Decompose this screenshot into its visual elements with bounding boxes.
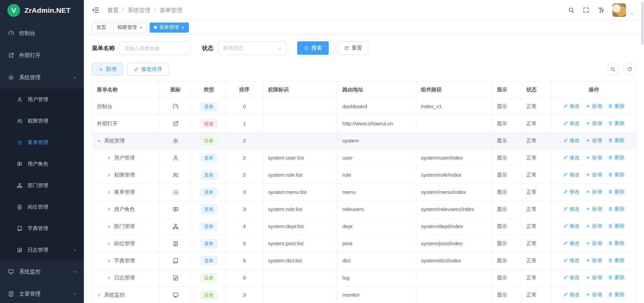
tab[interactable]: 菜单管理× [150,23,189,33]
sidebar-item-label: 菜单管理 [28,139,48,146]
sidebar-item-menu-list[interactable]: 菜单管理 [0,132,84,153]
sidebar-item-log-edit[interactable]: 日志管理 [0,239,84,261]
caret-right-icon[interactable] [107,259,111,263]
sidebar-item-users[interactable]: 权限管理 [0,110,84,132]
caret-down-icon[interactable] [97,139,101,143]
row-edit-link[interactable]: 修改 [563,206,580,212]
row-add-link[interactable]: 新增 [586,172,602,178]
sidebar-item-monitor[interactable]: 系统监控 [0,261,84,283]
caret-right-icon[interactable] [107,190,111,194]
user-menu-caret-icon[interactable] [630,11,634,16]
row-delete-link[interactable]: 删除 [608,189,625,195]
tab[interactable]: 权限管理× [113,23,147,33]
sidebar-item-user-role[interactable]: 用户角色 [0,153,84,175]
sidebar-item-dept-tree[interactable]: 部门管理 [0,175,84,196]
sidebar-item-user[interactable]: 用户管理 [0,89,84,110]
tab-active-dot [154,26,157,29]
caret-right-icon[interactable] [107,242,111,246]
caret-right-icon[interactable] [107,224,111,229]
caret-right-icon[interactable] [107,276,111,280]
tab-close-icon[interactable]: × [181,25,184,30]
cell-ops: 修改新增删除 [552,218,636,235]
row-delete-link[interactable]: 删除 [608,137,625,144]
sidebar-item-gear[interactable]: 系统管理 [0,67,84,89]
row-add-link[interactable]: 新增 [586,189,602,195]
row-add-link[interactable]: 新增 [586,240,602,247]
row-edit-link[interactable]: 修改 [563,120,580,127]
breadcrumb-item[interactable]: 系统管理 [128,6,151,14]
row-edit-link[interactable]: 修改 [563,189,580,195]
row-delete-link[interactable]: 删除 [608,223,625,229]
table-row: 部门管理菜单4system:dept:listdeptsystem/dept/i… [92,218,636,235]
caret-right-icon[interactable] [107,156,111,160]
user-avatar[interactable] [612,3,626,17]
op-label: 修改 [570,223,580,229]
row-edit-link[interactable]: 修改 [563,103,580,110]
caret-right-icon[interactable] [107,207,111,212]
row-add-link[interactable]: 新增 [586,257,602,264]
edit-sort-button[interactable]: 修改排序 [127,63,169,76]
row-edit-link[interactable]: 修改 [563,257,580,264]
row-add-link[interactable]: 新增 [586,274,602,281]
search-button[interactable]: 搜索 [297,41,329,55]
row-edit-link[interactable]: 修改 [563,155,580,161]
row-add-link[interactable]: 新增 [586,137,602,144]
font-size-button[interactable] [597,7,604,13]
row-edit-link[interactable]: 修改 [563,137,580,144]
sidebar-item-dict-book[interactable]: 字典管理 [0,218,84,239]
row-delete-link[interactable]: 删除 [608,206,625,212]
breadcrumb-item[interactable]: 首页 [107,6,119,14]
reset-button[interactable]: 重置 [337,41,369,55]
row-add-link[interactable]: 新增 [586,120,602,127]
row-add-link[interactable]: 新增 [586,155,602,161]
refresh-table-button[interactable] [623,63,636,76]
menu-name-input[interactable] [119,41,191,55]
app-logo[interactable]: V ZrAdmin.NET [0,0,84,21]
row-edit-link[interactable]: 修改 [563,274,580,281]
cell-route: http://www.izhaorui.cn [338,115,416,132]
row-edit-link[interactable]: 修改 [563,292,580,298]
sidebar-item-external-link[interactable]: 外部打开 [0,44,84,67]
row-delete-link[interactable]: 删除 [608,292,625,298]
sidebar-item-article-doc[interactable]: 文章管理 [0,283,84,303]
op-label: 删除 [614,120,625,127]
row-edit-link[interactable]: 修改 [563,172,580,178]
post-badge-icon [17,204,22,210]
caret-right-icon[interactable] [107,173,111,177]
user-role-icon [172,206,179,213]
sidebar-item-post-badge[interactable]: 岗位管理 [0,196,84,218]
row-delete-link[interactable]: 删除 [608,257,625,264]
row-add-link[interactable]: 新增 [586,103,602,110]
row-add-link[interactable]: 新增 [586,223,602,229]
row-delete-link[interactable]: 删除 [608,274,625,281]
tab-close-icon[interactable]: × [139,25,143,30]
cell-name: 外部打开 [92,115,159,132]
menu-fold-button[interactable] [92,6,99,14]
breadcrumb: 首页/系统管理/菜单管理 [107,6,182,14]
cell-type: 菜单 [192,235,226,252]
row-delete-link[interactable]: 删除 [608,120,625,127]
op-label: 修改 [570,189,580,195]
cell-sort: 2 [226,149,263,167]
row-edit-link[interactable]: 修改 [563,223,580,229]
tab[interactable]: 首页 [92,23,110,33]
fullscreen-button[interactable] [583,7,589,13]
scrollbar[interactable] [641,1,643,45]
row-delete-link[interactable]: 删除 [608,103,625,110]
toggle-search-button[interactable] [606,63,619,76]
add-button[interactable]: 新增 [92,63,123,76]
caret-right-icon[interactable] [97,293,101,297]
row-add-link[interactable]: 新增 [586,292,602,298]
row-delete-link[interactable]: 删除 [608,172,625,178]
row-edit-link[interactable]: 修改 [563,240,580,247]
row-delete-link[interactable]: 删除 [608,155,625,161]
sidebar-item-dashboard[interactable]: 控制台 [0,22,84,44]
header-search-button[interactable] [568,7,575,13]
col-component: 组件路径 [416,82,492,98]
menu-status-select[interactable]: 菜单状态 [218,41,286,55]
plus-icon [586,258,590,263]
row-add-link[interactable]: 新增 [586,206,602,212]
cell-name: 部门管理 [92,218,159,235]
row-delete-link[interactable]: 删除 [608,240,625,247]
cell-type: 菜单 [192,149,226,167]
